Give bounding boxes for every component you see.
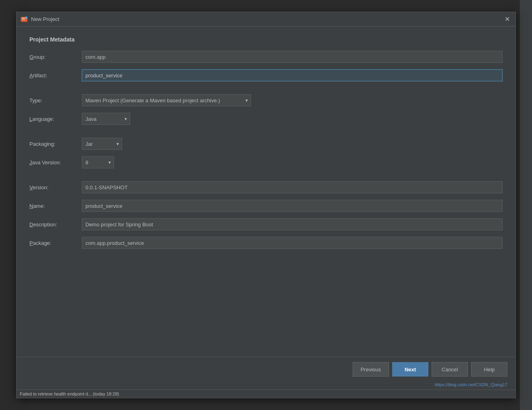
package-input[interactable]: [82, 237, 503, 249]
name-row: Name:: [29, 200, 503, 212]
java-version-row: Java Version: 8 11 17 ▼: [29, 156, 503, 168]
packaging-row: Packaging: Jar ▼: [29, 138, 503, 150]
close-button[interactable]: ✕: [503, 15, 511, 24]
title-bar-left: S New Project: [21, 16, 59, 23]
description-row: Description:: [29, 218, 503, 230]
footer-url: https://blog.csdn.net/CSDN_Qiang17: [435, 382, 507, 387]
version-label: Version:: [29, 184, 82, 191]
new-project-dialog: S New Project ✕ Project Metadata Group: …: [16, 12, 516, 398]
dialog-body: Project Metadata Group: Artifact: Type: …: [17, 27, 515, 357]
language-label: Language:: [29, 116, 82, 122]
artifact-row: Artifact:: [29, 69, 503, 81]
name-label-text: Name:: [29, 203, 45, 209]
group-row: Group:: [29, 51, 503, 63]
previous-button[interactable]: Previous: [353, 362, 389, 377]
name-input[interactable]: [82, 200, 503, 212]
status-bar: Failed to retrieve health endpoint d... …: [17, 389, 515, 398]
artifact-input[interactable]: [82, 69, 503, 81]
type-label-text: Type:: [29, 97, 42, 104]
artifact-label: Artifact:: [29, 72, 82, 79]
version-input[interactable]: [82, 181, 503, 193]
group-input[interactable]: [82, 51, 503, 63]
description-label-text: Description:: [29, 222, 57, 228]
artifact-label-text: Artifact:: [29, 72, 47, 79]
packaging-dropdown-wrapper: Jar ▼: [82, 138, 122, 150]
package-label: Package:: [29, 240, 82, 246]
help-button[interactable]: Help: [471, 362, 507, 377]
language-row: Language: Java ▼: [29, 113, 503, 125]
group-label: Group:: [29, 54, 82, 60]
package-label-text: Package:: [29, 240, 51, 246]
dialog-icon: S: [21, 16, 28, 23]
name-label: Name:: [29, 203, 82, 209]
svg-rect-2: [22, 19, 25, 20]
java-version-label-text: Java Version:: [29, 159, 61, 166]
group-label-text: Group:: [29, 54, 46, 60]
language-select[interactable]: Java: [82, 113, 130, 125]
dialog-title: New Project: [31, 16, 59, 22]
java-version-dropdown-wrapper: 8 11 17 ▼: [82, 156, 114, 168]
packaging-label-text: Packaging:: [29, 141, 55, 147]
version-row: Version:: [29, 181, 503, 193]
cancel-button[interactable]: Cancel: [432, 362, 468, 377]
svg-text:S: S: [26, 17, 27, 19]
section-title: Project Metadata: [29, 36, 503, 43]
language-dropdown-wrapper: Java ▼: [82, 113, 130, 125]
description-label: Description:: [29, 222, 82, 228]
package-row: Package:: [29, 237, 503, 249]
version-label-text: Version:: [29, 184, 48, 191]
packaging-label: Packaging:: [29, 141, 82, 147]
title-bar: S New Project ✕: [17, 12, 515, 27]
type-dropdown-wrapper: Maven Project (Generate a Maven based pr…: [82, 94, 251, 106]
description-input[interactable]: [82, 218, 503, 230]
java-version-label: Java Version:: [29, 159, 82, 166]
next-button[interactable]: Next: [392, 362, 428, 377]
footer-bottom: https://blog.csdn.net/CSDN_Qiang17: [17, 381, 515, 389]
packaging-select[interactable]: Jar: [82, 138, 122, 150]
language-label-text: Language:: [29, 116, 54, 122]
dialog-footer: Previous Next Cancel Help: [17, 357, 515, 381]
status-text: Failed to retrieve health endpoint d... …: [20, 391, 119, 396]
java-version-select[interactable]: 8 11 17: [82, 156, 114, 168]
type-row: Type: Maven Project (Generate a Maven ba…: [29, 94, 503, 106]
type-select[interactable]: Maven Project (Generate a Maven based pr…: [82, 94, 251, 106]
type-label: Type:: [29, 97, 82, 104]
